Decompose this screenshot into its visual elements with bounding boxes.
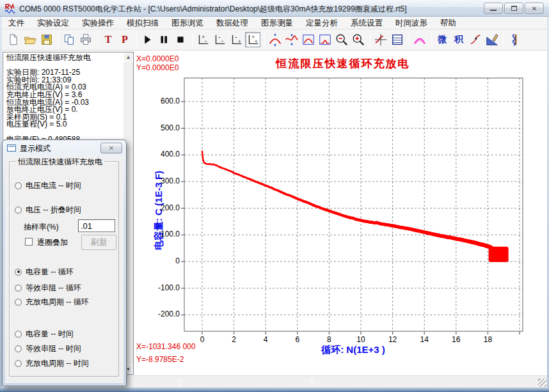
menu-item[interactable]: 帮助 [434, 17, 463, 29]
smoothing-button[interactable] [412, 32, 427, 47]
cursor-readout-y-top: Y=0.0000E0 [136, 63, 179, 72]
dialog-client: 恒流限压快速循环充放电 电压电流 -- 时间电压 -- 折叠时间电容量 -- 循… [5, 156, 123, 383]
menu-item[interactable]: 数据处理 [210, 17, 255, 29]
magnifier-plus-icon [351, 33, 365, 47]
close-icon: ✕ [109, 145, 114, 152]
cursor-readout-y-bottom: Y=-8.9785E-2 [136, 355, 184, 364]
window-frame-bottom [0, 388, 549, 392]
menu-item[interactable]: 时间波形 [389, 17, 434, 29]
menu-item[interactable]: 模拟扫描 [120, 17, 165, 29]
stop-icon [173, 33, 187, 47]
radio-option[interactable]: 电容量 -- 时间 [15, 329, 74, 339]
stop-button[interactable] [173, 32, 188, 47]
minimize-button[interactable] [484, 3, 503, 14]
point-annotation-button[interactable]: P [117, 32, 132, 47]
radio-option[interactable]: 电压 -- 折叠时间 [15, 205, 81, 215]
axis-mode-1-button[interactable]: +- [195, 32, 211, 47]
sample-rate-input[interactable] [78, 219, 115, 232]
copy-button[interactable] [61, 32, 77, 47]
info-line: 恒流限压快速循环充放电 [6, 54, 122, 62]
data-list-button[interactable] [390, 32, 405, 47]
menu-item[interactable]: 定量分析 [299, 17, 344, 29]
radio-selected-icon[interactable] [15, 269, 22, 276]
toolbar-separator [192, 33, 193, 47]
scroll-up-icon[interactable]: ▲ [123, 52, 133, 62]
radio-icon[interactable] [15, 285, 22, 292]
save-button[interactable] [39, 32, 54, 47]
radio-icon[interactable] [15, 331, 22, 338]
plot-region[interactable] [184, 78, 523, 331]
menu-item[interactable]: 实验操作 [76, 17, 120, 29]
expand-y-button[interactable] [267, 32, 283, 47]
overlay-checkbox[interactable] [25, 238, 33, 246]
radio-label: 电容量 -- 时间 [26, 329, 74, 340]
dialog-title: 显示模式 [20, 143, 51, 154]
differentiate-button[interactable]: 微 [434, 32, 450, 47]
radio-icon[interactable] [15, 360, 22, 367]
refresh-button[interactable]: 刷新 [81, 235, 116, 250]
radio-icon[interactable] [15, 182, 22, 189]
axis-plus-minus-icon: +- [196, 33, 210, 47]
radio-option[interactable]: 等效串阻 -- 循环 [15, 283, 81, 293]
app-logo-icon [4, 3, 15, 14]
measure-cursor-button[interactable] [373, 32, 388, 47]
dialog-form-icon [7, 145, 16, 152]
radio-label: 等效串阻 -- 时间 [26, 343, 81, 354]
y-tick-label: 400.0 [139, 150, 180, 159]
axis-mode-3-button[interactable]: -+ [228, 32, 244, 47]
time-waveform-button[interactable] [507, 32, 522, 47]
pause-button[interactable] [156, 32, 171, 47]
radio-icon[interactable] [15, 345, 22, 352]
boxed-small-peak-icon [318, 33, 332, 47]
y-tick-label: 100.0 [139, 230, 180, 239]
pause-icon [157, 33, 171, 47]
edit-graph-button[interactable] [484, 32, 500, 47]
axis-mode-4-button[interactable]: ++ [245, 32, 260, 47]
text-annotation-button[interactable]: T [100, 32, 116, 47]
print-button[interactable] [78, 32, 93, 47]
zoom-in-button[interactable] [351, 32, 366, 47]
radio-label: 充放电周期 -- 时间 [26, 358, 89, 369]
close-button[interactable]: ✕ [525, 3, 544, 14]
menu-bar: 文件实验设定实验操作模拟扫描图形浏览数据处理图形测量定量分析系统设置时间波形帮助 [2, 17, 547, 29]
open-file-button[interactable] [22, 32, 38, 47]
radio-icon[interactable] [15, 207, 22, 214]
derivative-curve-button[interactable] [468, 32, 483, 47]
double-peak-icon [413, 33, 427, 47]
menu-item[interactable]: 图形测量 [255, 17, 299, 29]
radio-option[interactable]: 电压电流 -- 时间 [15, 180, 81, 191]
maximize-button[interactable] [504, 3, 523, 14]
dialog-close-button[interactable]: ✕ [100, 143, 122, 153]
title-bar[interactable]: COM5 0000 RST5000电化学工作站 - [C:\Users\Admi… [0, 0, 549, 17]
resize-grip[interactable] [538, 379, 546, 387]
zoom-out-button[interactable] [334, 32, 349, 47]
radio-option[interactable]: 等效串阻 -- 时间 [15, 343, 81, 354]
compress-y-button[interactable] [284, 32, 299, 47]
menu-item[interactable]: 系统设置 [344, 17, 389, 29]
axis-mode-2-button[interactable]: -- [212, 32, 227, 47]
zoom-box-full-button[interactable] [301, 32, 316, 47]
radio-label: 等效串阻 -- 循环 [26, 283, 81, 294]
run-button[interactable] [139, 32, 155, 47]
radio-label: 电压电流 -- 时间 [26, 180, 81, 191]
new-file-button[interactable] [6, 32, 21, 47]
radio-option[interactable]: 电容量 -- 循环 [15, 267, 74, 277]
toolbar-separator [431, 33, 432, 47]
svg-text:-: - [221, 37, 223, 44]
integrate-button[interactable]: 积 [451, 32, 466, 47]
menu-item[interactable]: 文件 [2, 17, 31, 29]
sample-rate-label: 抽样率(%) [24, 222, 59, 233]
x-tick-label: 8 [319, 335, 338, 344]
pencil-ruler-icon [485, 33, 499, 47]
boxed-peak-icon [301, 33, 315, 47]
y-tick-label: 500.0 [139, 123, 180, 132]
zoom-box-part-button[interactable] [317, 32, 333, 47]
wave-3d-icon [507, 33, 521, 47]
radio-option[interactable]: 充放电周期 -- 时间 [15, 358, 89, 368]
radio-icon[interactable] [15, 299, 22, 306]
radio-option[interactable]: 充放电周期 -- 循环 [15, 297, 89, 307]
display-mode-dialog[interactable]: 显示模式 ✕ 恒流限压快速循环充放电 电压电流 -- 时间电压 -- 折叠时间电… [2, 139, 127, 386]
menu-item[interactable]: 实验设定 [31, 17, 76, 29]
menu-item[interactable]: 图形浏览 [165, 17, 210, 29]
x-tick-label: 0 [193, 335, 212, 344]
